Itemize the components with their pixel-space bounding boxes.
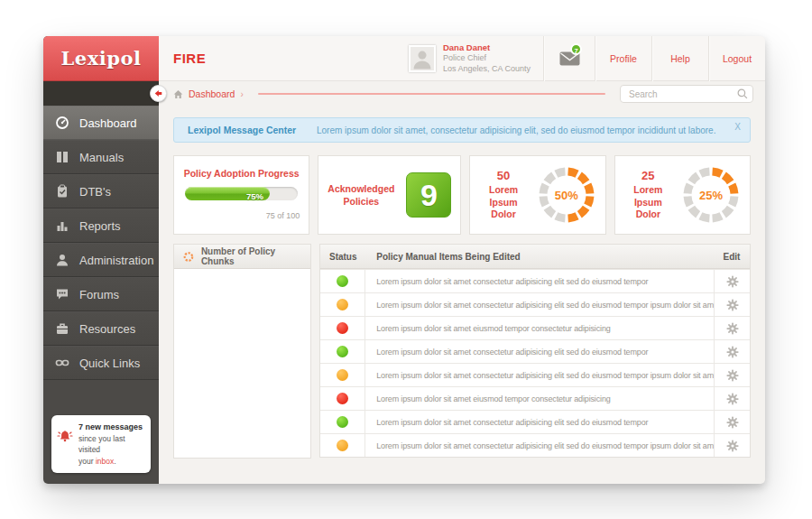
sidebar-item-label: Dashboard [79,116,137,130]
gear-icon [726,275,739,288]
stat-cards: Policy Adoption Progress 75% 75 of 100 A… [173,155,751,235]
status-dot-orange [337,369,348,381]
app-window: Lexipol DashboardManualsDTB'sReportsAdmi… [43,36,765,484]
acknowledged-card: Acknowledged Policies 9 [318,155,461,235]
logout-link[interactable]: Logout [709,53,765,64]
edit-button[interactable] [726,393,739,405]
donut-label: 50Lorem IpsumDolor [479,169,527,221]
card-title: Acknowledged Policies [328,182,394,208]
sidebar-item-label: DTB's [79,185,111,199]
message-center-text: Lorem ipsum dolor sit amet, consectetur … [317,125,725,135]
logo-text: Lexipol [61,47,142,70]
progress-caption: 75 of 100 [183,211,300,220]
spinner-icon [183,251,194,263]
sidebar-item-manuals[interactable]: Manuals [43,140,159,174]
header: FIRE Dana Danet Police Chief Los Angeles… [159,36,765,81]
sidebar-item-label: Administration [79,254,153,267]
speech-bubble-icon [55,287,69,301]
gear-icon [726,322,739,335]
policy-adoption-card: Policy Adoption Progress 75% 75 of 100 [173,155,309,235]
sidebar-item-quick-links[interactable]: Quick Links [43,346,159,380]
card-title: Policy Adoption Progress [183,168,300,179]
page-title: FIRE [173,51,206,66]
breadcrumb: Dashboard › [159,81,765,107]
table-row: Lorem ipsum dolor sit amet consectetur a… [320,292,750,316]
help-link[interactable]: Help [652,53,708,64]
bell-icon [57,428,73,444]
message-close-button[interactable]: X [725,122,750,132]
progress-bar: 75% [185,187,298,200]
gear-icon [726,416,739,429]
sidebar-item-resources[interactable]: Resources [43,311,159,346]
edit-button[interactable] [726,369,739,382]
table-body: Lorem ipsum dolor sit amet consectetur a… [320,269,750,457]
row-text: Lorem ipsum dolor sit amet eiusmod tempo… [365,324,714,333]
status-dot-red [337,322,348,334]
status-dot-green [337,416,348,428]
avatar [409,45,436,72]
search-input[interactable] [620,85,753,103]
notification-line3: your inbox. [78,457,116,466]
donut-percent: 50% [537,165,596,225]
profile-link[interactable]: Profile [595,53,651,64]
edit-button[interactable] [726,322,739,335]
row-text: Lorem ipsum dolor sit amet consectetur a… [365,277,714,286]
donut-chart: 50% [537,165,596,225]
search-icon[interactable] [737,88,748,99]
edit-button[interactable] [726,440,739,452]
row-text: Lorem ipsum dolor sit amet consectetur a… [365,348,714,357]
column-header-status: Status [320,252,365,262]
sidebar-item-label: Resources [79,322,135,336]
edit-button[interactable] [726,275,739,288]
divider-line [258,93,605,95]
content: Lexipol Message Center Lorem ipsum dolor… [159,107,765,459]
acknowledged-count: 9 [406,172,451,218]
user-location: Los Angeles, CA County [443,63,531,74]
home-icon[interactable] [173,89,183,99]
status-dot-red [337,393,348,404]
column-header-items: Policy Manual Items Being Edited [365,252,714,262]
mail-button[interactable]: 7 [544,36,595,81]
sidebar-band [43,81,159,106]
edit-button[interactable] [726,416,739,429]
policy-table: StatusPolicy Manual Items Being EditedEd… [319,244,751,458]
main-area: FIRE Dana Danet Police Chief Los Angeles… [159,36,765,484]
user-info: Dana Danet Police Chief Los Angeles, CA … [409,42,543,74]
status-dot-green [337,346,348,357]
user-icon [55,253,69,267]
notification-title: 7 new messages [78,422,143,431]
breadcrumb-link[interactable]: Dashboard [189,88,235,99]
progress-label: 75% [246,191,270,201]
notification-card: 7 new messages since you last visited yo… [51,415,151,473]
edit-button[interactable] [726,346,739,358]
row-text: Lorem ipsum dolor sit amet consectetur a… [365,441,714,450]
row-text: Lorem ipsum dolor sit amet consectetur a… [365,371,714,380]
table-row: Lorem ipsum dolor sit amet consectetur a… [320,269,750,292]
link-icon [55,356,69,370]
header-nav: ProfileHelpLogout [595,36,765,81]
row-text: Lorem ipsum dolor sit amet eiusmod tempo… [365,394,714,403]
sidebar-item-administration[interactable]: Administration [43,243,159,277]
sidebar-item-reports[interactable]: Reports [43,209,159,243]
sidebar-item-forums[interactable]: Forums [43,277,159,311]
edit-button[interactable] [726,299,739,311]
inbox-link[interactable]: inbox [96,457,114,466]
status-dot-green [337,275,348,287]
donut-label: 25Lorem IpsumDolor [624,169,672,221]
sidebar-item-dashboard[interactable]: Dashboard [43,106,159,140]
user-role: Police Chief [443,52,531,63]
column-header-edit: Edit [714,252,750,262]
sidebar-item-dtb-s[interactable]: DTB's [43,174,159,209]
book-icon [55,150,69,164]
table-row: Lorem ipsum dolor sit amet consectetur a… [320,363,750,386]
user-name: Dana Danet [443,42,531,52]
status-dot-orange [337,299,348,310]
table-row: Lorem ipsum dolor sit amet consectetur a… [320,433,750,457]
table-row: Lorem ipsum dolor sit amet eiusmod tempo… [320,386,750,410]
table-row: Lorem ipsum dolor sit amet consectetur a… [320,410,750,433]
logo: Lexipol [43,36,159,81]
donut-percent: 25% [681,165,741,225]
gear-icon [726,346,739,358]
sidebar-item-label: Reports [79,219,121,233]
sidebar-menu: DashboardManualsDTB'sReportsAdministrati… [43,106,159,380]
